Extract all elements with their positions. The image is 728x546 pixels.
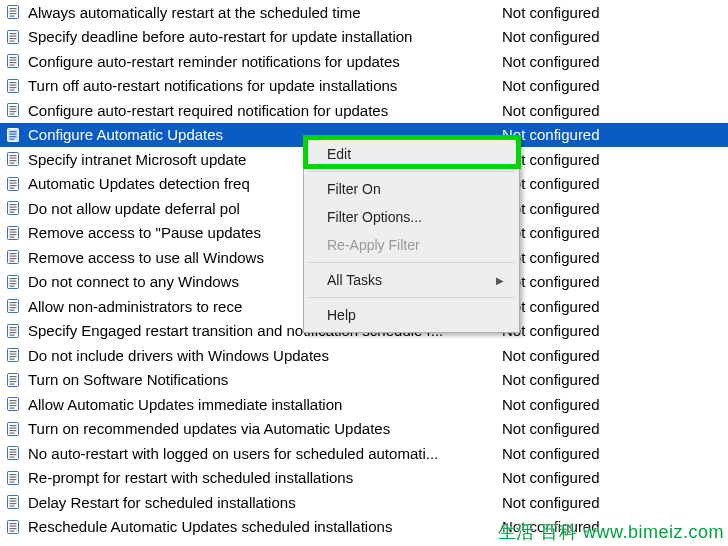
svg-rect-73 xyxy=(10,356,17,357)
svg-rect-28 xyxy=(10,136,17,137)
policy-setting-icon xyxy=(0,176,28,192)
svg-rect-22 xyxy=(10,109,17,110)
svg-rect-38 xyxy=(10,185,17,186)
menu-item-filter-on[interactable]: Filter On xyxy=(307,175,516,203)
svg-rect-82 xyxy=(10,403,17,404)
svg-rect-29 xyxy=(10,138,15,139)
svg-rect-12 xyxy=(10,60,17,61)
svg-rect-81 xyxy=(10,400,17,401)
svg-rect-72 xyxy=(10,354,17,355)
svg-rect-36 xyxy=(10,180,17,181)
svg-rect-57 xyxy=(10,280,17,281)
policy-row[interactable]: Re-prompt for restart with scheduled ins… xyxy=(0,466,728,491)
svg-rect-52 xyxy=(10,256,17,257)
svg-rect-6 xyxy=(10,33,17,34)
policy-name: Turn off auto-restart notifications for … xyxy=(28,77,502,94)
policy-setting-icon xyxy=(0,519,28,535)
svg-rect-69 xyxy=(10,334,15,335)
svg-rect-108 xyxy=(10,528,17,529)
policy-setting-icon xyxy=(0,200,28,216)
menu-item-filter-options[interactable]: Filter Options... xyxy=(307,203,516,231)
policy-state: Not configured xyxy=(502,371,728,388)
policy-setting-icon xyxy=(0,29,28,45)
policy-state: Not configured xyxy=(502,53,728,70)
context-menu: Edit Filter On Filter Options... Re-Appl… xyxy=(303,136,520,333)
policy-row[interactable]: Always automatically restart at the sche… xyxy=(0,0,728,25)
svg-rect-26 xyxy=(10,131,17,132)
policy-row[interactable]: Allow Automatic Updates immediate instal… xyxy=(0,392,728,417)
policy-name: Configure auto-restart required notifica… xyxy=(28,102,502,119)
svg-rect-68 xyxy=(10,332,17,333)
policy-row[interactable]: Specify deadline before auto-restart for… xyxy=(0,25,728,50)
policy-name: Specify deadline before auto-restart for… xyxy=(28,28,502,45)
menu-label: Help xyxy=(327,307,356,323)
svg-rect-8 xyxy=(10,38,17,39)
svg-rect-63 xyxy=(10,307,17,308)
policy-state: Not configured xyxy=(502,249,728,266)
svg-rect-92 xyxy=(10,452,17,453)
policy-name: Do not include drivers with Windows Upda… xyxy=(28,347,502,364)
svg-rect-41 xyxy=(10,204,17,205)
svg-rect-51 xyxy=(10,253,17,254)
policy-setting-icon xyxy=(0,4,28,20)
policy-setting-icon xyxy=(0,249,28,265)
policy-state: Not configured xyxy=(502,396,728,413)
policy-name: Configure auto-restart reminder notifica… xyxy=(28,53,502,70)
policy-setting-icon xyxy=(0,78,28,94)
svg-rect-54 xyxy=(10,261,15,262)
policy-name: Re-prompt for restart with scheduled ins… xyxy=(28,469,502,486)
svg-rect-103 xyxy=(10,503,17,504)
svg-rect-98 xyxy=(10,479,17,480)
svg-rect-44 xyxy=(10,212,15,213)
svg-rect-84 xyxy=(10,408,15,409)
menu-item-reapply-filter: Re-Apply Filter xyxy=(307,231,516,259)
svg-rect-4 xyxy=(10,16,15,17)
svg-rect-31 xyxy=(10,155,17,156)
svg-rect-86 xyxy=(10,425,17,426)
svg-rect-7 xyxy=(10,35,17,36)
svg-rect-58 xyxy=(10,283,17,284)
policy-row[interactable]: Turn off auto-restart notifications for … xyxy=(0,74,728,99)
svg-rect-76 xyxy=(10,376,17,377)
svg-rect-88 xyxy=(10,430,17,431)
svg-rect-19 xyxy=(10,89,15,90)
svg-rect-9 xyxy=(10,40,15,41)
policy-row[interactable]: Configure auto-restart reminder notifica… xyxy=(0,49,728,74)
policy-row[interactable]: Configure auto-restart required notifica… xyxy=(0,98,728,123)
svg-rect-79 xyxy=(10,383,15,384)
policy-name: Reschedule Automatic Updates scheduled i… xyxy=(28,518,502,535)
policy-row[interactable]: Do not include drivers with Windows Upda… xyxy=(0,343,728,368)
svg-rect-74 xyxy=(10,359,15,360)
svg-rect-61 xyxy=(10,302,17,303)
policy-row[interactable]: Turn on Software NotificationsNot config… xyxy=(0,368,728,393)
policy-setting-icon xyxy=(0,372,28,388)
policy-state: Not configured xyxy=(502,445,728,462)
svg-rect-13 xyxy=(10,62,17,63)
svg-rect-109 xyxy=(10,530,15,531)
menu-label: Re-Apply Filter xyxy=(327,237,420,253)
svg-rect-34 xyxy=(10,163,15,164)
policy-row[interactable]: Delay Restart for scheduled installation… xyxy=(0,490,728,515)
menu-item-help[interactable]: Help xyxy=(307,301,516,329)
menu-item-all-tasks[interactable]: All Tasks ▶ xyxy=(307,266,516,294)
policy-state: Not configured xyxy=(502,175,728,192)
svg-rect-49 xyxy=(10,236,15,237)
menu-item-edit[interactable]: Edit xyxy=(307,140,516,168)
svg-rect-37 xyxy=(10,182,17,183)
policy-setting-icon xyxy=(0,421,28,437)
svg-rect-106 xyxy=(10,523,17,524)
policy-setting-icon xyxy=(0,347,28,363)
policy-row[interactable]: Turn on recommended updates via Automati… xyxy=(0,417,728,442)
policy-setting-icon xyxy=(0,445,28,461)
policy-setting-icon xyxy=(0,151,28,167)
svg-rect-24 xyxy=(10,114,15,115)
policy-row[interactable]: No auto-restart with logged on users for… xyxy=(0,441,728,466)
policy-setting-icon xyxy=(0,225,28,241)
policy-state: Not configured xyxy=(502,4,728,21)
svg-rect-59 xyxy=(10,285,15,286)
policy-setting-icon xyxy=(0,470,28,486)
svg-rect-17 xyxy=(10,84,17,85)
svg-rect-93 xyxy=(10,454,17,455)
policy-name: Allow Automatic Updates immediate instal… xyxy=(28,396,502,413)
policy-state: Not configured xyxy=(502,77,728,94)
